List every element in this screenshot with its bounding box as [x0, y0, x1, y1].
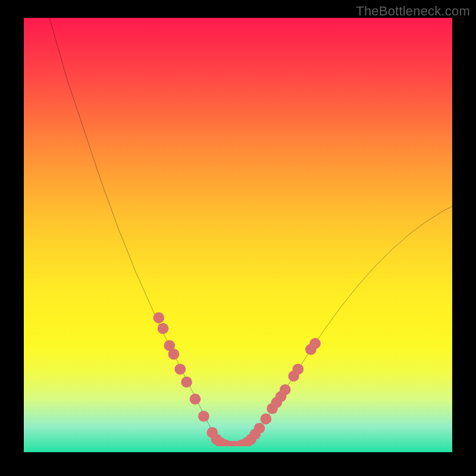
data-marker — [190, 394, 201, 405]
watermark-text: TheBottleneck.com — [356, 4, 470, 19]
plot-area — [24, 18, 452, 452]
data-marker — [292, 364, 303, 374]
data-marker — [254, 423, 265, 434]
data-marker — [174, 364, 186, 374]
data-marker — [168, 349, 180, 359]
data-marker — [158, 323, 169, 334]
data-marker — [181, 377, 192, 387]
data-marker — [198, 411, 209, 421]
chart-frame: TheBottleneck.com — [0, 0, 476, 476]
marker-layer — [24, 18, 452, 446]
data-marker — [260, 414, 271, 424]
marker-group — [153, 312, 321, 446]
data-marker — [309, 338, 321, 349]
data-marker — [280, 384, 291, 395]
data-marker — [153, 312, 164, 323]
